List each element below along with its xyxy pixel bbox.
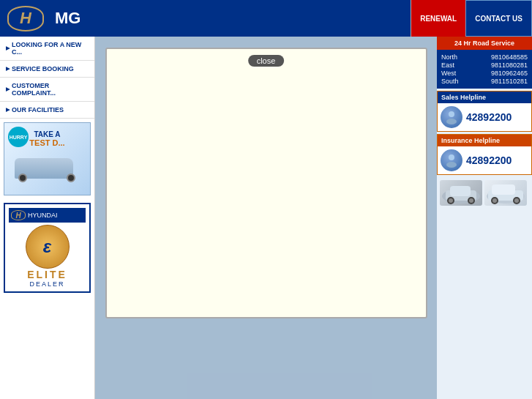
insurance-helpline-icon [441,149,462,171]
test-drive-label: TEST D... [29,138,64,147]
insurance-helpline-box: Insurance Helpline 42892200 [437,134,532,175]
sales-helpline-content: 42892200 [438,103,531,131]
east-number: 9811080281 [491,61,528,69]
west-row: West 9810962465 [441,70,528,77]
car-svg-1 [440,180,482,206]
elite-h-icon: H [11,210,26,220]
svg-rect-13 [492,184,515,195]
sales-helpline-box: Sales Helpline 42892200 [437,91,532,132]
brand-name: MG [51,9,80,28]
car-thumb-1 [440,180,482,206]
car-svg-2 [484,180,527,206]
svg-point-8 [449,198,453,203]
right-sidebar: 24 Hr Road Service North 9810648585 East… [437,37,532,399]
car-illustration [11,149,84,182]
sales-helpline-icon [441,106,462,128]
sales-helpline-title: Sales Helpline [438,92,531,103]
west-number: 9810962465 [491,70,528,77]
insurance-helpline-number: 42892200 [466,154,512,166]
renewal-button[interactable]: RENEWAL [411,0,465,37]
road-service-title: 24 Hr Road Service [437,37,532,50]
svg-point-17 [514,198,519,203]
svg-rect-6 [450,186,471,196]
south-number: 9811510281 [491,78,528,85]
modal-dialog: close [105,48,427,318]
east-label: East [441,61,454,69]
sidebar-item-facilities[interactable]: OUR FACILITIES [0,102,94,119]
road-service-numbers: North 9810648585 East 9811080281 West 98… [437,50,532,89]
elite-hyundai-text: HYUNDAI [28,212,58,219]
east-row: East 9811080281 [441,61,528,69]
svg-point-15 [492,198,497,203]
insurance-helpline-content: 42892200 [438,146,531,174]
hyundai-logo: H [0,2,51,35]
svg-point-0 [449,111,454,117]
sales-helpline-number: 42892200 [466,111,512,123]
insurance-helpline-title: Insurance Helpline [438,135,531,146]
svg-point-10 [469,198,473,203]
west-label: West [441,70,456,77]
take-a-label: TAKE A [34,130,60,138]
north-number: 9810648585 [491,53,528,61]
hurry-badge: HURRY [8,127,29,147]
north-row: North 9810648585 [441,53,528,61]
header: H MG RENEWAL CONTACT US [0,0,532,37]
person-phone-icon [444,110,459,124]
modal-close-button[interactable]: close [248,55,285,67]
hyundai-h-icon: H [7,6,44,31]
sidebar-item-new-car[interactable]: LOOKING FOR A NEW C... [0,37,94,61]
modal-overlay: close [95,37,437,399]
person-phone-icon-2 [444,153,459,168]
elite-dealer-section: H HYUNDAI ε ELITE DEALER [4,203,91,293]
north-label: North [441,53,457,61]
sidebar-item-service[interactable]: SERVICE BOOKING [0,61,94,78]
svg-point-2 [449,154,454,160]
svg-point-1 [446,119,457,124]
left-sidebar: LOOKING FOR A NEW C... SERVICE BOOKING C… [0,37,95,399]
main-layout: LOOKING FOR A NEW C... SERVICE BOOKING C… [0,37,532,399]
elite-hyundai-logo: H HYUNDAI [9,208,86,223]
sidebar-item-complaint[interactable]: CUSTOMER COMPLAINT... [0,78,94,102]
take-test-drive-banner[interactable]: HURRY TAKE A TEST D... [4,122,91,195]
header-nav: RENEWAL CONTACT US [411,0,532,37]
south-label: South [441,78,459,85]
car-thumb-2 [484,180,527,206]
svg-point-3 [446,162,457,168]
car-thumbnails [437,177,532,209]
elite-ornament: ε [26,225,70,269]
dealer-label: DEALER [9,280,86,288]
contact-us-button[interactable]: CONTACT US [465,0,532,37]
south-row: South 9811510281 [441,78,528,85]
elite-label: ELITE [9,269,86,280]
center-content: close [95,37,437,399]
